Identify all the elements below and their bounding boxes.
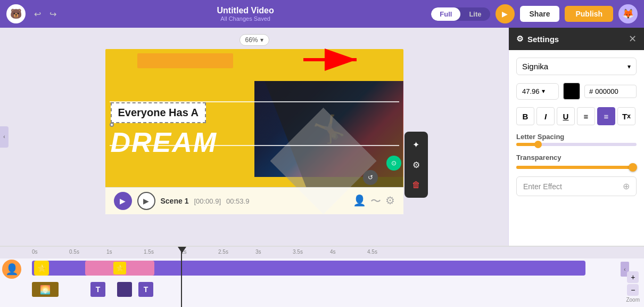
- transparency-label: Transparency: [516, 154, 637, 161]
- enter-effect-icon: ⊕: [623, 181, 630, 191]
- avatar-scene-icon[interactable]: 👤: [353, 194, 366, 208]
- zoom-control[interactable]: 66% ▾: [239, 34, 269, 46]
- track-emoji: ⭐: [34, 261, 49, 276]
- zoom-in-button[interactable]: +: [627, 271, 639, 283]
- pink-track-block[interactable]: ⭐: [85, 261, 154, 276]
- italic-button[interactable]: I: [536, 107, 555, 125]
- text-T1: T: [90, 282, 105, 297]
- header: 🐻 ↩ ↪ Untitled Video All Changes Saved F…: [0, 0, 644, 28]
- text-T2: T: [138, 282, 153, 297]
- text-track-T1[interactable]: T: [90, 282, 105, 297]
- font-name: Signika: [522, 62, 548, 71]
- tick-3s: 3s: [255, 249, 261, 255]
- zoom-label: Zoom: [626, 297, 640, 303]
- emoji-star-icon: ⭐: [113, 262, 126, 274]
- delete-icon-button[interactable]: 🗑: [408, 176, 425, 193]
- size-chevron-icon: ▾: [542, 87, 545, 95]
- selection-handle-left[interactable]: [110, 123, 114, 127]
- user-avatar[interactable]: 🦊: [618, 4, 638, 23]
- mode-toggle: Full Lite: [431, 7, 490, 21]
- element-toolbar: ✦ ⚙ 🗑: [404, 132, 428, 198]
- text-track-T2[interactable]: T: [138, 282, 153, 297]
- font-row: Signika ▾: [516, 58, 637, 75]
- full-mode-button[interactable]: Full: [431, 7, 460, 21]
- scene-label: Scene 1: [161, 197, 189, 205]
- lite-mode-button[interactable]: Lite: [460, 7, 490, 21]
- publish-button[interactable]: Publish: [565, 6, 613, 22]
- timeline-ruler: 0s 0.5s 1s 1.5s 2s 2.5s 3s 3.5s 4s 4.5s: [0, 247, 644, 258]
- preview-play-button[interactable]: ▶: [496, 4, 515, 23]
- effects-icon-button[interactable]: ✦: [408, 136, 425, 153]
- tick-35s: 3.5s: [293, 249, 303, 255]
- settings-body: Signika ▾ 47.96 ▾ # 000000 B I: [509, 50, 644, 204]
- share-button[interactable]: Share: [520, 6, 560, 22]
- tick-15s: 1.5s: [144, 249, 154, 255]
- underline-button[interactable]: U: [557, 107, 575, 125]
- undo-button[interactable]: ↩: [31, 7, 44, 21]
- zoom-value: 66%: [245, 36, 258, 44]
- canvas-area: ‹ 66% ▾ Everyone Has A: [0, 28, 508, 246]
- tick-4s: 4s: [330, 249, 336, 255]
- image-track-thumbnail: 🌅: [32, 282, 59, 297]
- image-track[interactable]: 🌅: [32, 282, 59, 297]
- scene-play-outline-button[interactable]: ▶: [137, 192, 155, 210]
- save-status: All Changes Saved: [65, 15, 426, 22]
- size-color-row: 47.96 ▾ # 000000: [516, 83, 637, 100]
- text-transform-button[interactable]: Tx: [617, 107, 635, 125]
- timeline-playhead[interactable]: [181, 247, 182, 307]
- scene-controls: ▶ ▶ Scene 1 [00:00.9] 00:53.9 👤 〜 ⚙: [105, 187, 403, 214]
- font-select[interactable]: Signika ▾: [516, 58, 637, 75]
- align-center-button[interactable]: ≡: [597, 107, 615, 125]
- transparency-section: Transparency: [516, 154, 637, 169]
- settings-gear-icon: ⚙: [516, 34, 523, 44]
- undo-redo-group: ↩ ↪: [31, 7, 60, 21]
- wave-scene-icon[interactable]: 〜: [370, 194, 381, 208]
- transparency-slider[interactable]: [516, 166, 637, 169]
- font-chevron-icon: ▾: [628, 63, 631, 70]
- settings-scene-icon[interactable]: ⚙: [385, 194, 395, 208]
- redo-button[interactable]: ↪: [46, 7, 60, 21]
- letter-spacing-slider[interactable]: [516, 143, 637, 146]
- left-panel-toggle[interactable]: ‹: [0, 126, 9, 148]
- zoom-controls: + − Zoom: [626, 271, 640, 303]
- track-avatar: 👤: [2, 260, 21, 279]
- settings-panel-header: ⚙ Settings ✕: [509, 28, 644, 50]
- font-size-select[interactable]: 47.96 ▾: [516, 83, 559, 100]
- zoom-out-button[interactable]: −: [627, 284, 639, 296]
- tick-05s: 0.5s: [69, 249, 79, 255]
- color-swatch[interactable]: [563, 83, 580, 100]
- settings-title: Settings: [527, 35, 559, 44]
- letter-spacing-label: Letter Spacing: [516, 133, 637, 141]
- video-canvas: Everyone Has A DREAM 🤸: [105, 49, 403, 214]
- format-row: B I U ≡ ≡ Tx: [516, 107, 637, 125]
- text-dream[interactable]: DREAM: [111, 126, 218, 158]
- playhead-triangle: [178, 247, 186, 253]
- header-title-block: Untitled Video All Changes Saved: [65, 6, 426, 22]
- purple-sub-track[interactable]: [117, 282, 132, 297]
- selection-top: [110, 101, 399, 102]
- scene-icons: 👤 〜 ⚙: [353, 194, 395, 208]
- settings-header-left: ⚙ Settings: [516, 34, 559, 44]
- reset-icon[interactable]: ↺: [363, 170, 378, 185]
- track-avatar-icon[interactable]: 👤: [2, 260, 21, 279]
- settings-panel: ⚙ Settings ✕ Signika ▾ 47.96 ▾: [508, 28, 644, 246]
- tick-25s: 2.5s: [218, 249, 228, 255]
- track-row-1: ⭐ ⭐: [32, 258, 644, 278]
- timeline-tracks: 👤 ⭐ ⭐ 🌅 T T: [0, 258, 644, 307]
- align-left-button[interactable]: ≡: [577, 107, 595, 125]
- tick-1s: 1s: [106, 249, 112, 255]
- text-everyone[interactable]: Everyone Has A: [111, 102, 207, 123]
- color-hex-input[interactable]: # 000000: [584, 85, 637, 98]
- bold-button[interactable]: B: [516, 107, 534, 125]
- enter-effect-row[interactable]: Enter Effect ⊕: [516, 176, 637, 196]
- green-toggle[interactable]: ⊙: [386, 156, 401, 171]
- zoom-chevron-icon: ▾: [260, 36, 263, 44]
- transparency-thumb[interactable]: [629, 163, 637, 172]
- app-logo[interactable]: 🐻: [6, 4, 26, 23]
- settings-close-button[interactable]: ✕: [629, 33, 637, 45]
- scene-time-start: [00:00.9]: [194, 197, 221, 205]
- timeline-area: 0s 0.5s 1s 1.5s 2s 2.5s 3s 3.5s 4s 4.5s …: [0, 246, 644, 307]
- settings-icon-button[interactable]: ⚙: [408, 156, 425, 173]
- scene-play-button[interactable]: ▶: [114, 192, 132, 210]
- letter-spacing-thumb[interactable]: [534, 141, 542, 148]
